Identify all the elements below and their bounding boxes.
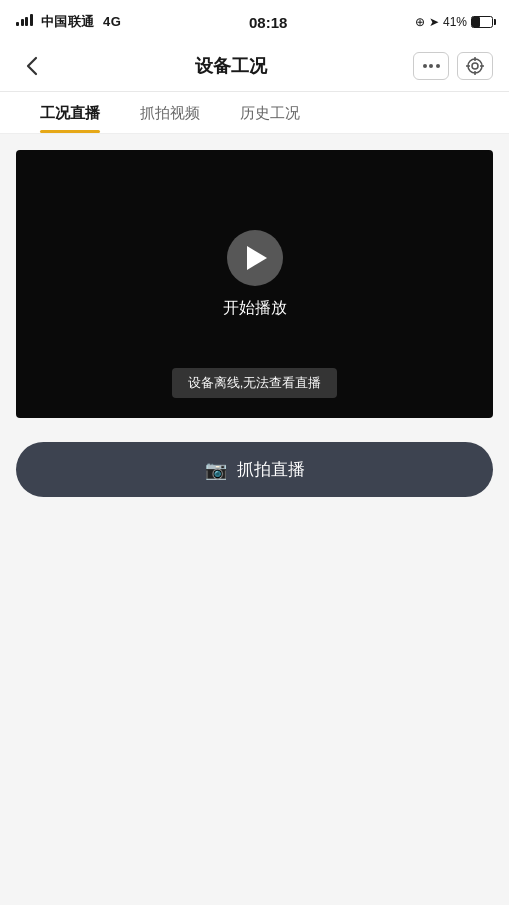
location-icon: ⊕ [415,15,425,29]
compass-icon: ➤ [429,15,439,29]
video-player: 开始播放 设备离线,无法查看直播 [16,150,493,418]
svg-point-0 [468,59,482,73]
tab-history[interactable]: 历史工况 [220,92,320,133]
target-icon [466,57,484,75]
offline-message: 设备离线,无法查看直播 [172,368,338,398]
tab-live[interactable]: 工况直播 [20,92,120,133]
status-time: 08:18 [249,14,287,31]
capture-live-button[interactable]: 📷 抓拍直播 [16,442,493,497]
nav-actions [413,52,493,80]
camera-icon: 📷 [205,459,227,481]
play-triangle-icon [247,246,267,270]
dot-icon [423,64,427,68]
carrier-network: 中国联通 4G [16,13,121,31]
status-right-group: ⊕ ➤ 41% [415,15,493,29]
play-button[interactable] [227,230,283,286]
status-bar: 中国联通 4G 08:18 ⊕ ➤ 41% [0,0,509,40]
bottom-area [0,513,509,713]
back-button[interactable] [16,50,48,82]
battery-percent: 41% [443,15,467,29]
tab-capture[interactable]: 抓拍视频 [120,92,220,133]
svg-point-1 [472,63,478,69]
tab-bar: 工况直播 抓拍视频 历史工况 [0,92,509,134]
play-label: 开始播放 [223,298,287,319]
nav-bar: 设备工况 [0,40,509,92]
target-button[interactable] [457,52,493,80]
more-button[interactable] [413,52,449,80]
dot-icon [436,64,440,68]
dot-icon [429,64,433,68]
page-title: 设备工况 [195,54,267,78]
signal-icon [16,14,33,26]
content-area: 开始播放 设备离线,无法查看直播 📷 抓拍直播 [0,134,509,513]
battery-icon [471,16,493,28]
capture-button-label: 抓拍直播 [237,458,305,481]
